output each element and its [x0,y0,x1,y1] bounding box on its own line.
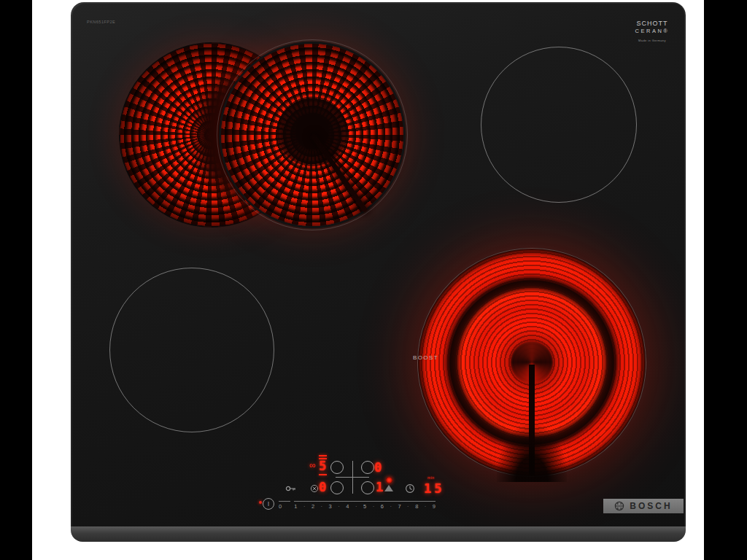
selector-front-right[interactable] [361,481,374,494]
power-slider[interactable]: 01·2·3·4·5·6·7·8·9 [279,502,436,510]
slider-level-9[interactable]: 9 [433,503,436,510]
zone-cross-divider [336,477,369,478]
timer-display: 15 [424,483,444,495]
display-front-right: 1 [376,481,383,494]
letterbox-left [0,0,32,560]
bosch-armature-icon [614,501,624,511]
slider-separator: · [338,503,340,510]
schott-line1: SCHOTT [628,20,676,28]
cooktop: PKN651FP2E SCHOTT CERAN® Made in Germany [71,2,686,542]
schott-ceran-print: SCHOTT CERAN® Made in Germany [628,20,676,42]
brand-name: BOSCH [630,501,672,511]
heat-limiter-rod [311,133,368,213]
extended-zone-icon: ∞ [309,461,316,470]
letterbox-right [704,0,747,560]
selector-front-left[interactable] [330,481,344,494]
zone-rear-right [481,47,637,203]
timer-unit-label: min [427,475,435,480]
slider-track [294,501,436,502]
residual-heat-triangle-icon [384,485,393,491]
slider-level-1[interactable]: 1 [294,503,297,510]
selector-rear-right[interactable] [361,461,374,474]
slider-level-3[interactable]: 3 [329,503,332,510]
slider-separator: · [407,503,409,510]
dual-circuit-indicator[interactable] [386,477,392,483]
schott-line2: CERAN® [628,28,676,34]
slider-track [279,501,290,502]
timer-clock-icon[interactable] [405,483,415,494]
display-rear-left: 5 [319,460,326,472]
slider-separator: · [373,503,375,510]
child-lock-key-icon[interactable] [285,484,297,493]
slider-separator: · [390,503,392,510]
display-rear-right: 0 [374,462,382,474]
slider-separator: · [355,503,357,510]
slider-level-8[interactable]: 8 [415,503,418,510]
slider-level-7[interactable]: 7 [398,503,400,510]
extension-indicator-bar [319,474,327,475]
zone-rear-left-main [219,42,406,228]
standby-indicator [259,501,262,504]
display-front-left: 0 [319,481,326,494]
front-trim-bar [71,526,686,542]
slider-separator: · [321,503,323,510]
slider-level-4[interactable]: 4 [346,503,349,510]
brand-plate: BOSCH [603,499,684,513]
slider-level-5[interactable]: 5 [363,503,366,510]
slider-separator: · [303,503,306,510]
extension-indicator-bar [319,455,327,456]
schott-line3: Made in Germany [628,39,676,42]
slider-level-2[interactable]: 2 [311,503,314,510]
zone-front-right-boost [417,248,646,477]
heat-limiter-shadow [277,96,347,166]
selector-rear-left[interactable] [330,461,344,474]
model-number: PKN651FP2E [87,20,115,24]
slider-level-0[interactable]: 0 [279,503,282,510]
boost-label: BOOST [413,354,438,361]
slider-level-6[interactable]: 6 [381,503,384,510]
zone-front-left [109,268,274,432]
power-button[interactable]: I [263,498,274,510]
element-connector-shadow [497,425,567,482]
ceramic-glass-surface: PKN651FP2E SCHOTT CERAN® Made in Germany [71,2,686,526]
product-photo: PKN651FP2E SCHOTT CERAN® Made in Germany [0,0,747,560]
slider-separator: · [425,503,427,510]
wipe-protection-icon[interactable] [310,484,319,493]
